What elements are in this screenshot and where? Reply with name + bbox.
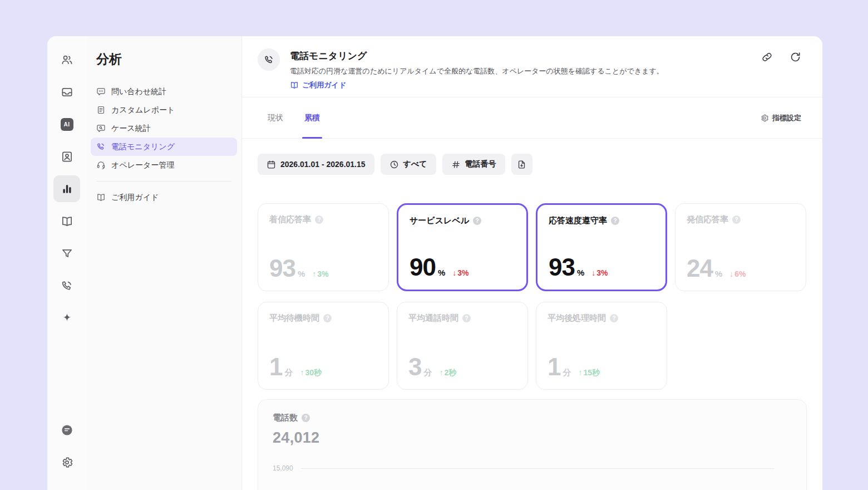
- kpi-value-row: 93 % ↑3%: [269, 256, 377, 281]
- delta-value: 2秒: [444, 368, 456, 378]
- kpi-title-row: 平均通話時間 ?: [408, 313, 516, 324]
- kpi-delta: ↓6%: [729, 270, 746, 278]
- kpi-unit: 分: [423, 367, 432, 378]
- y-axis-tick: 15,090: [273, 464, 293, 472]
- sidebar-item-label: 問い合わせ統計: [111, 87, 166, 97]
- analytics-sidebar: 分析 問い合わせ統計 カスタムレポート ケース統計 電話モニタリング オペレータ…: [86, 36, 242, 490]
- tab-label: 現状: [268, 113, 283, 123]
- clock-icon: [389, 160, 399, 169]
- rail-item-contacts[interactable]: [53, 143, 80, 170]
- gear-icon: [760, 114, 769, 122]
- funnel-icon: [61, 247, 73, 260]
- sidebar-item-custom-report[interactable]: カスタムレポート: [91, 101, 237, 119]
- tab-label: 累積: [304, 113, 320, 123]
- date-range-filter[interactable]: 2026.01.01 - 2026.01.15: [258, 154, 374, 175]
- kpi-delta: ↑3%: [312, 270, 328, 278]
- case-search-icon: [96, 124, 106, 133]
- kpi-title: 発信応答率: [687, 214, 728, 225]
- rail-item-assistant[interactable]: [53, 305, 80, 331]
- help-icon[interactable]: ?: [462, 314, 471, 322]
- book-icon: [290, 81, 299, 90]
- header-actions: [761, 51, 801, 63]
- app-logo-icon: [61, 424, 73, 437]
- kpi-card-average-call-time[interactable]: 平均通話時間 ? 3 分 ↑2秒: [397, 302, 528, 390]
- phone-number-filter[interactable]: 電話番号: [442, 154, 505, 175]
- rail-item-filter[interactable]: [53, 240, 80, 267]
- rail-item-ai[interactable]: AI: [53, 111, 80, 138]
- sidebar-item-case-stats[interactable]: ケース統計: [91, 119, 237, 138]
- kpi-title-row: 着信応答率 ?: [269, 214, 377, 225]
- book-icon: [96, 193, 106, 202]
- sidebar-item-phone-monitoring[interactable]: 電話モニタリング: [91, 138, 237, 156]
- usage-guide-link[interactable]: ご利用ガイド: [290, 80, 664, 90]
- calls-total-value: 24,012: [273, 429, 792, 447]
- kpi-unit: 分: [284, 367, 293, 378]
- kpi-title: 応答速度遵守率: [549, 215, 607, 226]
- kpi-card-average-after-call-work-time[interactable]: 平均後処理時間 ? 1 分 ↑15秒: [536, 302, 667, 390]
- kpi-value: 3: [408, 355, 421, 379]
- help-icon[interactable]: ?: [323, 314, 332, 322]
- delta-value: 6%: [734, 270, 746, 278]
- kpi-delta: ↑30秒: [300, 368, 322, 378]
- sidebar-item-user-guide[interactable]: ご利用ガイド: [91, 188, 237, 207]
- sidebar-divider: [96, 181, 231, 182]
- rail-item-inbox[interactable]: [53, 79, 80, 105]
- help-icon[interactable]: ?: [315, 215, 323, 224]
- kpi-value-row: 1 分 ↑30秒: [269, 355, 377, 379]
- kpi-card-outgoing-answer-rate[interactable]: 発信応答率 ? 24 % ↓6%: [675, 203, 806, 291]
- kpi-title: 着信応答率: [269, 214, 311, 225]
- time-filter[interactable]: すべて: [381, 154, 436, 175]
- delta-value: 3%: [457, 268, 468, 277]
- metric-settings-button[interactable]: 指標設定: [760, 113, 801, 123]
- phone-icon: [61, 280, 73, 292]
- help-icon[interactable]: ?: [610, 314, 618, 322]
- export-button[interactable]: [511, 154, 532, 175]
- tab-current-status[interactable]: 現状: [268, 97, 283, 138]
- phone-icon: [264, 55, 274, 65]
- tab-cumulative[interactable]: 累積: [304, 97, 320, 138]
- rail-item-teammates[interactable]: [53, 46, 80, 73]
- chat-bubble-icon: [96, 87, 106, 96]
- rail-item-app-logo[interactable]: [53, 416, 80, 443]
- sidebar-item-label: ケース統計: [111, 124, 151, 134]
- kpi-card-incoming-answer-rate[interactable]: 着信応答率 ? 93 % ↑3%: [258, 203, 389, 291]
- delta-value: 3%: [317, 270, 328, 278]
- help-icon[interactable]: ?: [611, 217, 619, 225]
- kpi-unit: %: [438, 268, 445, 277]
- kpi-title-row: 発信応答率 ?: [687, 214, 795, 225]
- kpi-title-row: 平均待機時間 ?: [269, 313, 377, 324]
- help-icon[interactable]: ?: [302, 414, 310, 422]
- chart-axis-row: 15,090: [273, 464, 792, 472]
- delta-value: 3%: [596, 268, 608, 277]
- kpi-delta: ↓3%: [452, 268, 468, 277]
- kpi-unit: %: [577, 268, 584, 277]
- file-download-icon: [517, 160, 526, 169]
- kpi-title-row: サービスレベル ?: [410, 215, 515, 226]
- kpi-card-answer-speed-compliance[interactable]: 応答速度遵守率 ? 93 % ↓3%: [536, 203, 667, 291]
- gear-icon: [61, 456, 73, 469]
- refresh-button[interactable]: [790, 51, 801, 63]
- rail-item-phone[interactable]: [53, 272, 80, 299]
- feature-avatar: [258, 48, 280, 71]
- hash-icon: [451, 160, 461, 169]
- kpi-card-service-level[interactable]: サービスレベル ? 90 % ↓3%: [397, 203, 528, 291]
- copy-link-button[interactable]: [761, 51, 773, 63]
- sidebar-item-operator-management[interactable]: オペレーター管理: [91, 156, 237, 174]
- page-header: 電話モニタリング 電話対応の円滑な運営のためにリアルタイムで全般的な電話数、オペ…: [242, 36, 822, 97]
- rail-item-settings[interactable]: [53, 449, 80, 476]
- kpi-title: サービスレベル: [410, 215, 469, 226]
- kpi-card-average-wait-time[interactable]: 平均待機時間 ? 1 分 ↑30秒: [258, 302, 389, 390]
- sidebar-item-inquiry-stats[interactable]: 問い合わせ統計: [91, 82, 237, 101]
- delta-value: 30秒: [305, 368, 322, 378]
- sidebar-title: 分析: [91, 48, 237, 82]
- kpi-title-row: 平均後処理時間 ?: [548, 313, 655, 324]
- rail-item-docs[interactable]: [53, 208, 80, 234]
- help-icon[interactable]: ?: [473, 217, 481, 225]
- tab-bar: 現状 累積 指標設定: [242, 97, 822, 139]
- kpi-delta: ↓3%: [591, 268, 608, 277]
- kpi-title: 平均通話時間: [408, 313, 458, 324]
- time-filter-label: すべて: [403, 159, 427, 169]
- headset-icon: [96, 160, 106, 170]
- rail-item-analytics[interactable]: [53, 175, 80, 202]
- help-icon[interactable]: ?: [732, 215, 741, 224]
